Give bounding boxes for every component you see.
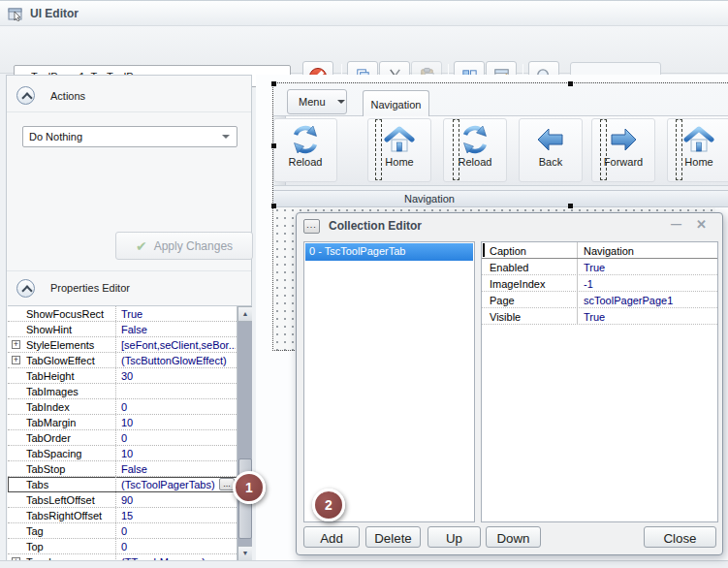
property-name: Page	[482, 292, 578, 307]
selection-handle[interactable]	[568, 204, 573, 208]
check-icon: ✔	[136, 238, 147, 254]
property-name: TabMargin	[8, 415, 116, 429]
close-button[interactable]: Close	[644, 526, 716, 548]
property-row[interactable]: Visible True	[482, 308, 717, 325]
toolbar-item[interactable]: Reload	[273, 118, 337, 182]
toolbar-item[interactable]: Back	[519, 118, 583, 182]
property-row[interactable]: TabOrder 0	[8, 430, 252, 446]
apply-changes-label: Apply Changes	[154, 239, 233, 253]
selection-handle[interactable]	[271, 81, 276, 86]
apply-changes-button[interactable]: ✔ Apply Changes	[115, 232, 253, 260]
delete-button[interactable]: Delete	[365, 526, 421, 548]
property-name: TabHeight	[8, 368, 116, 383]
actions-header-label: Actions	[50, 90, 85, 102]
left-panel: Actions Do Nothing ✔ Apply Changes Prope…	[6, 75, 252, 560]
property-name: Top	[8, 539, 116, 553]
menu-button-label: Menu	[299, 96, 326, 108]
selection-handle[interactable]	[568, 81, 573, 86]
add-button[interactable]: Add	[303, 526, 360, 548]
property-value[interactable]: 15	[117, 508, 236, 522]
ui-editor-icon	[8, 6, 23, 21]
toolbar-item[interactable]	[600, 119, 607, 180]
properties-grid-rows: ShowFocusRect True ShowHint False StyleE…	[8, 306, 252, 561]
toolbar-item[interactable]	[453, 119, 459, 180]
property-row[interactable]: TabStop False	[8, 461, 252, 477]
toolbar-item[interactable]	[375, 119, 382, 180]
property-name: TabsLeftOffset	[8, 492, 116, 507]
property-row[interactable]: ShowHint False	[8, 322, 252, 337]
property-value[interactable]: [seFont,seClient,seBor...	[117, 337, 236, 352]
collection-items-list[interactable]: 0 - TscToolPagerTab	[303, 241, 475, 522]
property-value[interactable]: 30	[117, 368, 236, 383]
property-row[interactable]: ShowFocusRect True	[8, 306, 252, 322]
toolpager-component[interactable]: Menu Navigation	[272, 82, 728, 206]
toolbar-item-label: Back	[520, 156, 582, 168]
collapse-chevron-icon[interactable]	[16, 279, 35, 298]
minimize-icon[interactable]: —	[671, 218, 681, 230]
list-item[interactable]: 0 - TscToolPagerTab	[305, 243, 473, 261]
toolbar-item-label: Reload	[274, 156, 336, 168]
property-row[interactable]: TabMargin 10	[8, 415, 252, 430]
property-row[interactable]: TabGlowEffect (TscButtonGlowEffect)	[8, 353, 252, 368]
property-value[interactable]: True	[579, 308, 717, 324]
property-row[interactable]: Caption Navigation	[482, 242, 717, 259]
properties-header-label: Properties Editor	[50, 282, 130, 294]
property-row[interactable]: TabsRightOffset 15	[8, 508, 252, 523]
property-value[interactable]: 0	[117, 523, 236, 538]
menu-button[interactable]: Menu	[287, 89, 347, 114]
property-value[interactable]: (TscButtonGlowEffect)	[117, 353, 236, 367]
property-value[interactable]: False	[117, 322, 236, 336]
scroll-down-button[interactable]: ▼	[237, 546, 252, 561]
property-row[interactable]: TabSpacing 10	[8, 446, 252, 461]
property-value[interactable]: 10	[117, 415, 236, 429]
property-row[interactable]: TabImages	[8, 384, 252, 399]
property-value[interactable]: False	[117, 461, 236, 476]
close-icon[interactable]: ✕	[696, 217, 707, 232]
dialog-titlebar[interactable]: ... Collection Editor — ✕	[297, 213, 722, 238]
property-value[interactable]: True	[579, 259, 717, 274]
property-value[interactable]	[117, 384, 236, 398]
property-value[interactable]: 90	[117, 492, 236, 507]
toolbar-item[interactable]	[676, 119, 682, 180]
property-value[interactable]: (TscToolPagerTabs)	[117, 477, 236, 491]
property-value[interactable]: scToolPagerPage1	[579, 292, 717, 307]
property-row[interactable]: Page scToolPagerPage1	[482, 292, 717, 308]
collapse-chevron-icon[interactable]	[16, 86, 35, 105]
scroll-up-button[interactable]: ▲	[237, 306, 252, 322]
property-value[interactable]: True	[117, 306, 236, 321]
selection-handle[interactable]	[271, 204, 276, 208]
actions-section-header[interactable]: Actions	[7, 79, 251, 112]
property-row[interactable]: Tabs (TscToolPagerTabs) ...	[8, 477, 252, 492]
forward-icon	[608, 124, 639, 155]
tab-navigation[interactable]: Navigation	[363, 90, 429, 117]
property-value[interactable]: 0	[117, 430, 236, 445]
home-icon	[683, 124, 714, 155]
property-name: TabImages	[8, 384, 116, 398]
window-title: UI Editor	[30, 7, 79, 20]
property-name: TabOrder	[8, 430, 116, 445]
property-row[interactable]: TabHeight 30	[8, 368, 252, 384]
properties-section-header[interactable]: Properties Editor	[7, 271, 251, 304]
selection-handle[interactable]	[271, 143, 276, 148]
property-value[interactable]: 0	[117, 399, 236, 414]
property-value[interactable]: Navigation	[579, 242, 717, 258]
down-button[interactable]: Down	[486, 526, 541, 548]
property-value[interactable]: -1	[579, 275, 717, 291]
property-value[interactable]: 10	[117, 446, 236, 460]
action-selector[interactable]: Do Nothing	[22, 126, 237, 147]
up-button[interactable]: Up	[427, 526, 481, 548]
property-row[interactable]: TabIndex 0	[8, 399, 252, 415]
window-bottom-frame	[0, 560, 728, 568]
property-row[interactable]: Enabled True	[482, 259, 717, 275]
property-row[interactable]: ImageIndex -1	[482, 275, 717, 292]
properties-scrollbar[interactable]: ▲ ▼	[237, 306, 252, 561]
property-row[interactable]: StyleElements [seFont,seClient,seBor...	[8, 337, 252, 353]
property-name: ShowFocusRect	[8, 306, 116, 321]
property-row[interactable]: Top 0	[8, 539, 252, 554]
property-row[interactable]: TabsLeftOffset 90	[8, 492, 252, 508]
property-value[interactable]: 0	[117, 539, 236, 553]
tab-navigation-label: Navigation	[371, 99, 422, 110]
property-name: TabsRightOffset	[8, 508, 116, 522]
property-row[interactable]: Tag 0	[8, 523, 252, 539]
property-name: TabGlowEffect	[8, 353, 116, 367]
